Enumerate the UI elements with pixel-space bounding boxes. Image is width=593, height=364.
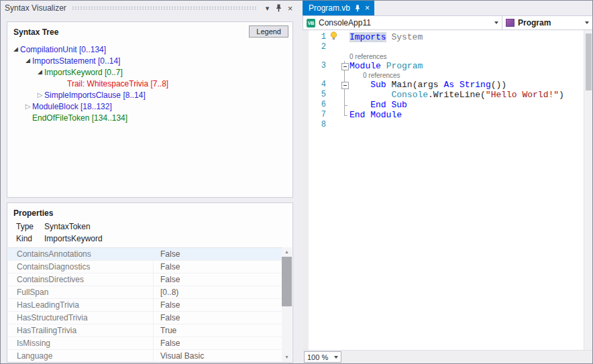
property-row[interactable]: LanguageVisual Basic [8,350,282,361]
chevron-down-icon [334,356,338,359]
property-row[interactable]: FullSpan[0..8) [8,286,282,299]
properties-header: Properties [7,203,292,218]
code-line[interactable]: 4 Sub Main(args As String()) [303,80,584,90]
property-name: HasLeadingTrivia [8,300,153,310]
tree-node-label: EndOfFileToken [134..134] [32,113,127,123]
properties-scrollbar[interactable]: ▲ ▼ [282,247,292,361]
property-name: FullSpan [8,288,153,297]
collapse-toggle-icon[interactable] [341,82,349,89]
collapse-toggle-icon[interactable] [341,63,349,70]
property-value: False [153,261,282,273]
drag-grip[interactable] [72,6,256,10]
code-editor[interactable]: 1 Imports System 2 0 references 3 Module… [303,30,584,350]
codelens-references[interactable]: 0 references [349,53,387,60]
toolwindow-title: Syntax Visualizer [5,3,66,13]
close-icon[interactable]: × [284,3,296,13]
property-value: True [153,324,282,337]
property-kind-row: Kind ImportsKeyword [7,233,292,245]
line-number: 3 [309,61,327,71]
expander-icon[interactable]: ◢ [36,66,44,78]
code-line[interactable]: 1 Imports System [303,32,584,42]
property-row[interactable]: ContainsDirectivesFalse [8,274,282,286]
chevron-down-icon [585,21,589,24]
code-line[interactable]: 8 [303,120,584,130]
legend-button[interactable]: Legend [249,25,288,38]
close-icon[interactable]: × [365,4,370,12]
code-text: Module Program [349,61,423,71]
scrollbar-thumb[interactable] [586,34,592,90]
line-number: 5 [309,90,327,100]
property-value: [0..8) [153,286,282,298]
scroll-up-icon[interactable]: ▲ [284,247,289,256]
member-dropdown[interactable]: Program [502,16,592,29]
toolwindow-titlebar[interactable]: Syntax Visualizer ▾ × [1,1,299,15]
property-row[interactable]: HasStructuredTriviaFalse [8,312,282,324]
code-line[interactable]: 6 End Sub [303,100,584,110]
expander-icon[interactable]: ◢ [11,44,20,55]
property-row[interactable]: ContainsAnnotationsFalse [8,248,282,261]
code-line[interactable]: 3 Module Program [303,61,584,71]
property-row[interactable]: ContainsDiagnosticsFalse [8,261,282,274]
codelens-references[interactable]: 0 references [363,72,400,79]
pin-icon[interactable] [355,5,360,12]
pin-icon[interactable] [273,3,284,13]
tab-program-vb[interactable]: Program.vb × [303,1,374,15]
property-name: ContainsAnnotations [8,249,153,259]
code-text: Imports System [349,32,423,42]
tree-node-label: SimpleImportsClause [8..14] [44,90,146,100]
tree-node-label: CompilationUnit [0..134] [20,45,106,54]
code-line[interactable]: 5 Console.WriteLine("Hello World!") [303,90,584,100]
tab-title: Program.vb [309,3,350,13]
tree-node-whitespacetrivia[interactable]: Trail: WhitespaceTrivia [7..8] [7,78,292,89]
property-row[interactable]: IsMissingFalse [8,337,282,350]
member-name: Program [518,18,551,27]
property-name: Language [8,351,153,361]
tree-node-compilationunit[interactable]: ◢ CompilationUnit [0..134] [7,44,292,55]
type-value: SyntaxToken [44,222,91,231]
codelens-row[interactable]: 0 references [303,52,584,61]
code-text: End Sub [349,100,407,110]
property-name: HasTrailingTrivia [8,326,153,335]
code-line[interactable]: 7 End Module [303,110,584,120]
vertical-scrollbar[interactable] [584,30,593,350]
property-name: HasStructuredTrivia [8,313,153,322]
navigation-bar: VB ConsoleApp11 Program [303,15,593,30]
tree-node-label: Trail: WhitespaceTrivia [7..8] [67,79,168,88]
property-row[interactable]: HasLeadingTriviaFalse [8,299,282,312]
property-value: False [153,337,282,349]
tree-node-importsstatement[interactable]: ◢ ImportsStatement [0..14] [7,55,292,66]
tree-node-label: ModuleBlock [18..132] [32,102,112,111]
tree-node-label: ImportsStatement [0..14] [32,56,120,66]
properties-group: Properties Type SyntaxToken Kind Imports… [7,202,293,363]
zoom-control[interactable]: 100 % [304,351,341,363]
property-value: Visual Basic [153,350,282,361]
property-value: False [153,299,282,311]
property-row[interactable]: HasTrailingTriviaTrue [8,324,282,337]
tree-node-importskeyword[interactable]: ◢ ImportsKeyword [0..7] [7,66,292,78]
tree-node-endoffiletoken[interactable]: EndOfFileToken [134..134] [7,112,292,123]
lightbulb-icon[interactable] [330,32,337,43]
expander-icon[interactable]: ▷ [23,101,32,112]
type-label: Type [16,222,44,231]
window-menu-chevron-icon[interactable]: ▾ [262,3,273,13]
property-name: ContainsDirectives [8,275,153,284]
tree-node-simpleimportsclause[interactable]: ▷ SimpleImportsClause [8..14] [7,89,292,101]
line-number: 1 [309,32,327,42]
project-dropdown[interactable]: VB ConsoleApp11 [303,16,502,29]
expander-icon[interactable]: ◢ [23,55,32,66]
property-value: False [153,248,282,260]
scroll-down-icon[interactable]: ▼ [284,353,289,361]
line-number: 8 [309,120,327,130]
editor-group: Program.vb × VB ConsoleApp11 Program [303,1,593,363]
properties-grid: ContainsAnnotationsFalse ContainsDiagnos… [8,247,282,361]
scrollbar-thumb[interactable] [282,257,292,306]
codelens-row[interactable]: 0 references [303,71,584,80]
syntax-tree: ◢ CompilationUnit [0..134] ◢ ImportsStat… [7,44,292,123]
property-name: ContainsDiagnostics [8,262,153,271]
tree-node-moduleblock[interactable]: ▷ ModuleBlock [18..132] [7,101,292,112]
code-line[interactable]: 2 [303,42,584,52]
line-number: 7 [309,110,327,120]
horizontal-scrollbar[interactable] [341,351,593,363]
tab-strip: Program.vb × [303,1,593,15]
expander-icon[interactable]: ▷ [36,89,44,101]
